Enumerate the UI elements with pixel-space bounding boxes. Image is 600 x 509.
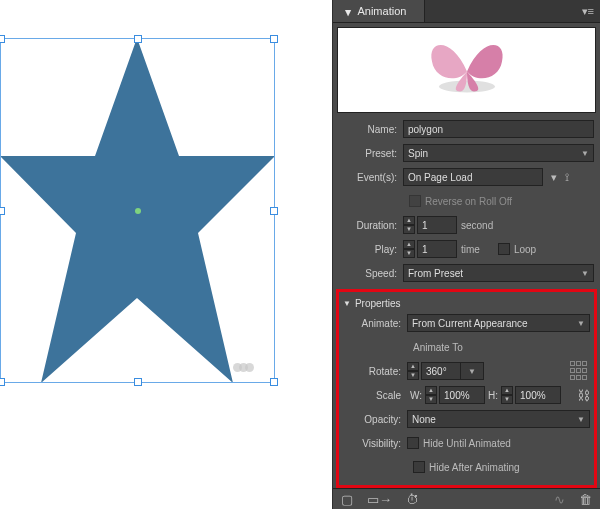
reverse-on-rolloff-checkbox <box>409 195 421 207</box>
animate-to-heading: Animate To <box>413 342 463 353</box>
rotate-input[interactable] <box>421 362 461 380</box>
hide-after-animating-checkbox[interactable] <box>413 461 425 473</box>
duration-label: Duration: <box>339 220 403 231</box>
resize-handle-br[interactable] <box>270 378 278 386</box>
scale-label: Scale <box>343 390 407 401</box>
events-menu-icon[interactable]: ▾ <box>551 171 557 184</box>
name-label: Name: <box>339 124 403 135</box>
rotate-label: Rotate: <box>343 366 407 377</box>
play-unit: time <box>461 244 480 255</box>
events-label: Event(s): <box>339 172 403 183</box>
scale-w-input[interactable] <box>439 386 485 404</box>
duration-stepper[interactable]: ▲▼ <box>403 216 415 234</box>
resize-handle-tr[interactable] <box>270 35 278 43</box>
preset-label: Preset: <box>339 148 403 159</box>
resize-handle-b[interactable] <box>134 378 142 386</box>
resize-handle-l[interactable] <box>0 207 5 215</box>
properties-highlight: ▼Properties Animate: From Current Appear… <box>336 289 597 488</box>
butterfly-icon <box>422 32 512 102</box>
preset-dropdown[interactable]: Spin▼ <box>403 144 594 162</box>
scale-h-label: H: <box>488 390 498 401</box>
svg-point-1 <box>439 81 495 93</box>
play-label: Play: <box>339 244 403 255</box>
resize-handle-t[interactable] <box>134 35 142 43</box>
hide-until-animated-label: Hide Until Animated <box>423 438 511 449</box>
show-proxy-icon[interactable]: ▭→ <box>367 492 392 507</box>
resize-handle-r[interactable] <box>270 207 278 215</box>
name-input[interactable] <box>403 120 594 138</box>
properties-disclosure[interactable]: ▼Properties <box>343 298 590 309</box>
opacity-dropdown[interactable]: None▼ <box>407 410 590 428</box>
duration-input[interactable] <box>417 216 457 234</box>
panel-footer: ▢ ▭→ ⏱ ∿ 🗑 <box>333 488 600 509</box>
duration-unit: second <box>461 220 493 231</box>
speed-dropdown[interactable]: From Preset▼ <box>403 264 594 282</box>
scale-h-input[interactable] <box>515 386 561 404</box>
rotate-direction-dropdown[interactable]: ▼ <box>460 362 484 380</box>
events-dropdown[interactable]: On Page Load <box>403 168 543 186</box>
tab-animation[interactable]: ▶ Animation <box>333 0 425 22</box>
preview-spread-icon[interactable]: ▢ <box>341 492 353 507</box>
animation-panel: ▶ Animation ▾≡ Name: Preset: Spin▼ Event… <box>332 0 600 509</box>
animate-label: Animate: <box>343 318 407 329</box>
scale-w-stepper[interactable]: ▲▼ <box>425 386 437 404</box>
visibility-label: Visibility: <box>343 438 407 449</box>
speed-label: Speed: <box>339 268 403 279</box>
rotate-stepper[interactable]: ▲▼ <box>407 362 419 380</box>
animation-preview[interactable] <box>337 27 596 113</box>
origin-proxy-icon[interactable] <box>570 361 590 381</box>
create-button-trigger-icon[interactable]: ⟟ <box>565 171 569 184</box>
constrain-proportions-icon[interactable]: ⛓ <box>577 388 590 403</box>
trash-icon[interactable]: 🗑 <box>579 492 592 507</box>
hide-after-animating-label: Hide After Animating <box>429 462 520 473</box>
panel-tab-bar: ▶ Animation ▾≡ <box>333 0 600 23</box>
play-stepper[interactable]: ▲▼ <box>403 240 415 258</box>
selection-bounding-box[interactable] <box>0 38 275 383</box>
motion-path-indicator <box>236 362 254 374</box>
reverse-on-rolloff-label: Reverse on Roll Off <box>425 196 512 207</box>
convert-to-path-icon[interactable]: ∿ <box>554 492 565 507</box>
opacity-label: Opacity: <box>343 414 407 425</box>
scale-h-stepper[interactable]: ▲▼ <box>501 386 513 404</box>
resize-handle-bl[interactable] <box>0 378 5 386</box>
anchor-point[interactable] <box>135 208 141 214</box>
panel-menu-icon[interactable]: ▾≡ <box>582 5 594 18</box>
canvas[interactable] <box>0 0 330 509</box>
panel-title: Animation <box>357 5 406 17</box>
resize-handle-tl[interactable] <box>0 35 5 43</box>
timing-panel-icon[interactable]: ⏱ <box>406 492 419 507</box>
loop-label: Loop <box>514 244 536 255</box>
animate-dropdown[interactable]: From Current Appearance▼ <box>407 314 590 332</box>
loop-checkbox[interactable] <box>498 243 510 255</box>
play-input[interactable] <box>417 240 457 258</box>
scale-w-label: W: <box>410 390 422 401</box>
hide-until-animated-checkbox[interactable] <box>407 437 419 449</box>
